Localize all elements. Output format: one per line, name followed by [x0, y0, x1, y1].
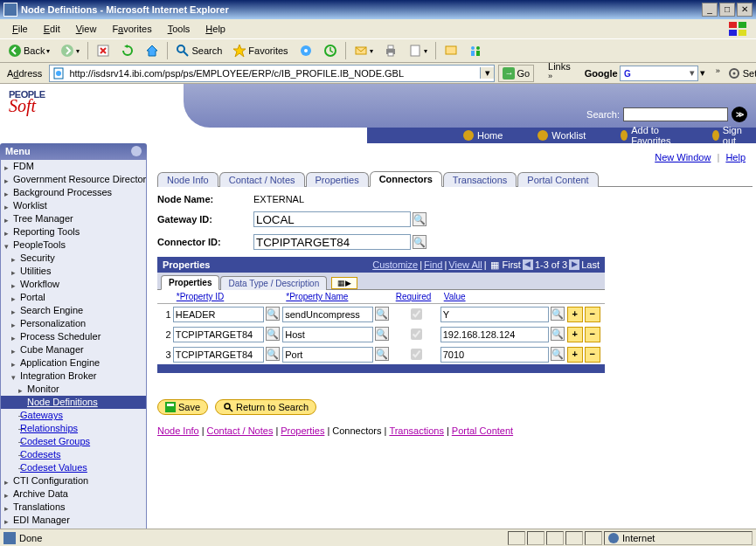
- menu-item[interactable]: ▸Monitor: [1, 383, 146, 396]
- grid-prev[interactable]: ◀: [523, 259, 533, 270]
- discuss-button[interactable]: [440, 41, 462, 60]
- messenger-button[interactable]: [464, 41, 487, 60]
- forward-button[interactable]: ▾: [56, 41, 84, 60]
- property-name-input[interactable]: [282, 307, 373, 322]
- grid-find[interactable]: Find: [424, 259, 442, 270]
- grid-next[interactable]: ▶: [569, 259, 579, 270]
- menu-item[interactable]: ▸Government Resource Directory: [1, 173, 146, 186]
- value-input[interactable]: [440, 307, 549, 322]
- menu-item[interactable]: ▸Utilities: [1, 265, 146, 278]
- lookup-icon[interactable]: 🔍: [266, 347, 280, 361]
- gateway-input[interactable]: [253, 211, 411, 227]
- menu-item[interactable]: ▸Cube Manager: [1, 343, 146, 356]
- google-more[interactable]: »: [716, 66, 720, 79]
- maximize-button[interactable]: □: [719, 3, 735, 17]
- tab-transactions[interactable]: Transactions: [443, 172, 517, 187]
- lookup-icon[interactable]: 🔍: [375, 307, 389, 321]
- col-value[interactable]: Value: [440, 290, 567, 303]
- gateway-lookup[interactable]: 🔍: [413, 212, 427, 226]
- header-search-input[interactable]: [623, 107, 728, 121]
- minimize-button[interactable]: _: [702, 3, 718, 17]
- bottom-tab-link[interactable]: Node Info: [157, 425, 199, 436]
- value-input[interactable]: [440, 347, 549, 363]
- menu-item[interactable]: ▸Translations: [1, 501, 146, 514]
- value-input[interactable]: [440, 327, 549, 342]
- tab-properties[interactable]: Properties: [306, 172, 369, 187]
- google-search-box[interactable]: G ▾: [620, 66, 698, 81]
- nav-signout[interactable]: Sign out: [712, 125, 746, 146]
- links-button[interactable]: Links »: [544, 61, 574, 85]
- bottom-tab-link[interactable]: Properties: [281, 425, 324, 436]
- menu-item[interactable]: ▸Worklist: [1, 199, 146, 212]
- menu-item[interactable]: Codesets: [1, 448, 146, 461]
- menu-favorites[interactable]: Favorites: [105, 22, 158, 36]
- delete-row-button[interactable]: −: [585, 327, 600, 342]
- connector-lookup[interactable]: 🔍: [413, 235, 427, 249]
- menu-item[interactable]: Relationships: [1, 422, 146, 435]
- lookup-icon[interactable]: 🔍: [375, 347, 389, 361]
- subtab[interactable]: Properties: [161, 275, 219, 290]
- menu-item[interactable]: ▸Search Engine: [1, 304, 146, 317]
- menu-item[interactable]: Codeset Groups: [1, 435, 146, 448]
- menu-item[interactable]: ▸Workflow: [1, 278, 146, 291]
- refresh-button[interactable]: [116, 41, 139, 60]
- address-input[interactable]: [67, 67, 480, 79]
- tab-portal-content[interactable]: Portal Content: [517, 172, 598, 187]
- stop-button[interactable]: [92, 41, 114, 60]
- lookup-icon[interactable]: 🔍: [551, 327, 565, 341]
- col-property-id[interactable]: *Property ID: [173, 290, 282, 303]
- grid-customize[interactable]: Customize: [372, 259, 418, 270]
- property-name-input[interactable]: [282, 347, 373, 363]
- menu-edit[interactable]: Edit: [37, 22, 67, 36]
- grid-viewall[interactable]: View All: [448, 259, 482, 270]
- menu-file[interactable]: File: [5, 22, 35, 36]
- menu-item[interactable]: ▸EDI Manager: [1, 514, 146, 527]
- favorites-button[interactable]: Favorites: [228, 41, 292, 60]
- mail-button[interactable]: ▾: [350, 41, 378, 60]
- lookup-icon[interactable]: 🔍: [551, 347, 565, 361]
- property-name-input[interactable]: [282, 327, 373, 342]
- property-id-input[interactable]: [173, 327, 264, 342]
- tab-contact-notes[interactable]: Contact / Notes: [219, 172, 305, 187]
- menu-item[interactable]: Node Definitions: [1, 396, 146, 409]
- menu-item[interactable]: ▸FDM: [1, 160, 146, 173]
- col-property-name[interactable]: *Property Name: [282, 290, 392, 303]
- menu-item[interactable]: ▸Reporting Tools: [1, 225, 146, 238]
- menu-collapse-button[interactable]: [131, 146, 142, 156]
- delete-row-button[interactable]: −: [585, 307, 600, 322]
- edit-button[interactable]: ▾: [404, 41, 432, 60]
- grid-download-icon[interactable]: ▦: [490, 259, 499, 271]
- help-link[interactable]: Help: [725, 152, 746, 162]
- header-search-go[interactable]: ≫: [732, 107, 747, 122]
- menu-list[interactable]: ▸FDM▸Government Resource Directory▸Backg…: [0, 159, 147, 530]
- tab-node-info[interactable]: Node Info: [157, 172, 218, 187]
- menu-item[interactable]: ▸Personalization: [1, 317, 146, 330]
- settings-button[interactable]: Settings▾: [724, 66, 756, 80]
- menu-item[interactable]: ▸Application Engine: [1, 356, 146, 370]
- grid-last[interactable]: Last: [581, 259, 600, 270]
- home-button[interactable]: [141, 41, 163, 60]
- menu-item[interactable]: ▸Process Scheduler: [1, 330, 146, 343]
- add-row-button[interactable]: +: [567, 327, 583, 342]
- menu-item[interactable]: ▸Archive Data: [1, 487, 146, 501]
- back-button[interactable]: Back ▾: [3, 41, 54, 60]
- menu-item[interactable]: ▸CTI Configuration: [1, 474, 146, 487]
- nav-add-favorites[interactable]: Add to Favorites: [621, 125, 677, 146]
- bottom-tab-link[interactable]: Portal Content: [452, 425, 513, 436]
- bottom-tab-link[interactable]: Transactions: [389, 425, 444, 436]
- lookup-icon[interactable]: 🔍: [551, 307, 565, 321]
- search-button[interactable]: Search: [171, 41, 226, 60]
- lookup-icon[interactable]: 🔍: [266, 327, 280, 341]
- show-all-columns[interactable]: ▦▶: [331, 277, 357, 289]
- lookup-icon[interactable]: 🔍: [266, 307, 280, 321]
- menu-item[interactable]: ▸Tree Manager: [1, 212, 146, 225]
- menu-item[interactable]: Gateways: [1, 409, 146, 422]
- return-to-search-button[interactable]: Return to Search: [215, 399, 316, 415]
- menu-item[interactable]: ▾Integration Broker: [1, 370, 146, 383]
- media-button[interactable]: [295, 41, 317, 60]
- property-id-input[interactable]: [173, 347, 264, 363]
- close-button[interactable]: ✕: [737, 3, 753, 17]
- lookup-icon[interactable]: 🔍: [375, 327, 389, 341]
- menu-item[interactable]: Codeset Values: [1, 461, 146, 474]
- new-window-link[interactable]: New Window: [655, 152, 711, 162]
